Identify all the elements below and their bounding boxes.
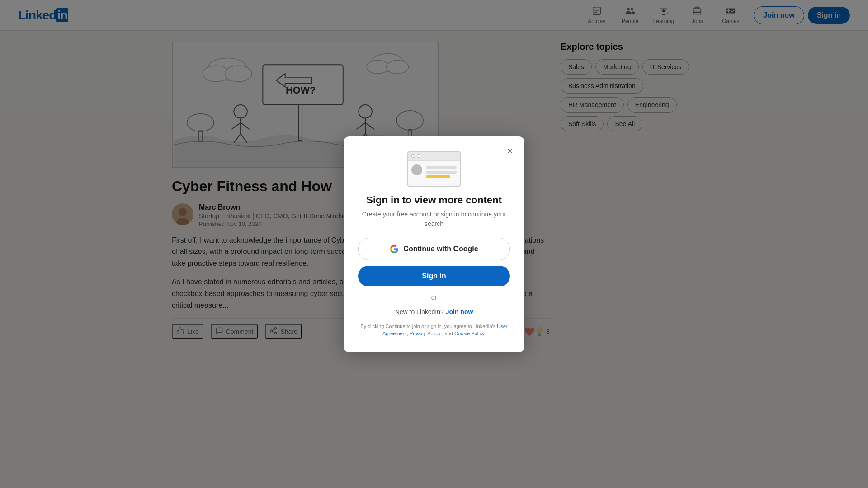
google-icon — [390, 244, 399, 253]
modal-legal: By clicking Continue to join or sign in,… — [358, 323, 510, 338]
privacy-policy-link[interactable]: Privacy Policy — [410, 331, 440, 336]
google-button-label: Continue with Google — [403, 245, 478, 253]
join-text: New to LinkedIn? Join now — [358, 308, 510, 315]
join-now-modal-link[interactable]: Join now — [446, 308, 473, 315]
modal-title: Sign in to view more content — [358, 194, 510, 206]
or-text: or — [431, 294, 437, 301]
modal-divider: or — [358, 294, 510, 301]
modal-illustration — [358, 151, 510, 187]
illustration-dot-2 — [417, 154, 420, 158]
join-prefix: New to LinkedIn? — [395, 308, 444, 315]
illustration-line-2 — [426, 171, 457, 174]
continue-with-google-button[interactable]: Continue with Google — [358, 238, 510, 260]
legal-text: By clicking Continue to join or sign in,… — [361, 324, 496, 329]
modal-overlay[interactable]: Sign in to view more content Create your… — [0, 0, 868, 488]
divider-line-left — [358, 297, 426, 297]
modal-sign-in-button[interactable]: Sign in — [358, 266, 510, 286]
modal-subtitle: Create your free account or sign in to c… — [358, 210, 510, 229]
cookie-policy-link[interactable]: Cookie Policy — [454, 331, 484, 336]
legal-period: . — [484, 331, 486, 336]
divider-line-right — [442, 297, 510, 297]
illustration-line-1 — [426, 166, 457, 169]
illustration-line-accent — [426, 175, 450, 178]
modal-close-button[interactable] — [503, 144, 517, 158]
illustration-dot-1 — [411, 154, 415, 158]
illustration-content — [408, 161, 460, 182]
illustration-bar — [408, 152, 460, 161]
sign-in-modal: Sign in to view more content Create your… — [344, 136, 524, 352]
legal-and: , and — [442, 331, 453, 336]
illustration-card — [407, 151, 461, 187]
illustration-avatar — [411, 164, 422, 175]
illustration-lines — [426, 164, 457, 178]
